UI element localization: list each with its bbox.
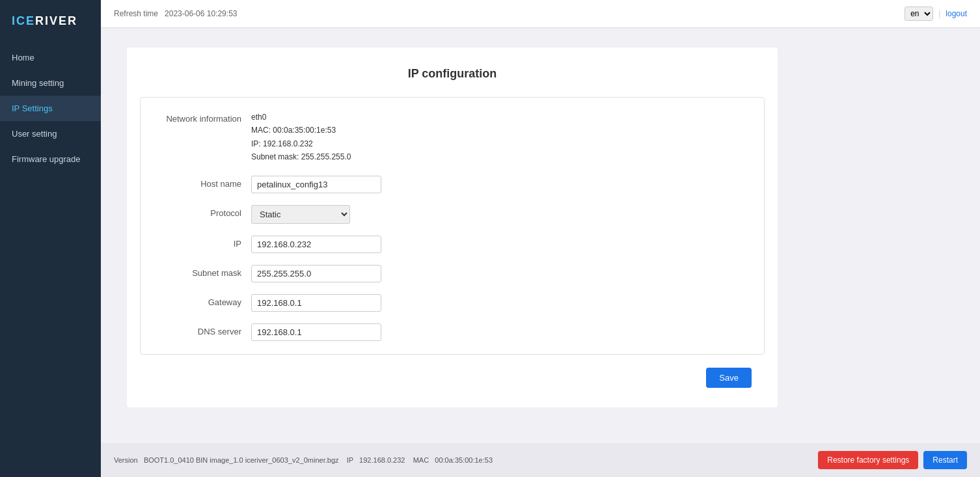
footer: Version BOOT1.0_0410 BIN image_1.0 iceri… (101, 443, 980, 477)
content: IP configuration Network information eth… (101, 28, 980, 443)
logo: ICERIVER (0, 0, 101, 40)
gateway-input[interactable] (251, 294, 381, 312)
subnet-row: Subnet mask (160, 265, 744, 282)
protocol-label: Protocol (160, 205, 251, 218)
hostname-label: Host name (160, 176, 251, 189)
restore-factory-button[interactable]: Restore factory settings (818, 451, 918, 469)
footer-mac-value: 00:0a:35:00:1e:53 (435, 456, 493, 464)
ip-label: IP (160, 236, 251, 249)
sidebar-item-mining-setting[interactable]: Mining setting (0, 70, 101, 96)
hostname-row: Host name (160, 176, 744, 193)
dns-row: DNS server (160, 323, 744, 341)
sidebar-nav: Home Mining setting IP Settings User set… (0, 45, 101, 172)
gateway-row: Gateway (160, 294, 744, 312)
refresh-info: Refresh time 2023-06-06 10:29:53 (114, 9, 237, 18)
refresh-label: Refresh time (114, 9, 158, 18)
save-area: Save (140, 368, 765, 388)
topbar: Refresh time 2023-06-06 10:29:53 en | lo… (101, 0, 980, 28)
sidebar-item-ip-settings[interactable]: IP Settings (0, 96, 101, 121)
topbar-right: en | logout (905, 7, 967, 21)
form-section: Network information eth0 MAC: 00:0a:35:0… (140, 97, 765, 355)
network-mac: MAC: 00:0a:35:00:1e:53 (251, 124, 351, 137)
network-ip: IP: 192.168.0.232 (251, 137, 351, 150)
footer-ip-value: 192.168.0.232 (359, 456, 405, 464)
ip-config-card: IP configuration Network information eth… (127, 48, 778, 407)
sidebar-item-home[interactable]: Home (0, 45, 101, 70)
subnet-label: Subnet mask (160, 265, 251, 278)
subnet-input[interactable] (251, 265, 381, 282)
sidebar-item-firmware-upgrade[interactable]: Firmware upgrade (0, 146, 101, 172)
main-area: Refresh time 2023-06-06 10:29:53 en | lo… (101, 0, 980, 477)
network-info-value: eth0 MAC: 00:0a:35:00:1e:53 IP: 192.168.… (251, 111, 351, 164)
ip-row: IP (160, 236, 744, 253)
protocol-select[interactable]: Static DHCP (251, 205, 350, 224)
version-value: BOOT1.0_0410 BIN image_1.0 iceriver_0603… (144, 456, 339, 464)
ip-input[interactable] (251, 236, 381, 253)
refresh-time: 2023-06-06 10:29:53 (165, 9, 237, 18)
dns-input[interactable] (251, 323, 381, 341)
save-button[interactable]: Save (706, 368, 752, 388)
protocol-row: Protocol Static DHCP (160, 205, 744, 224)
logout-link[interactable]: logout (946, 9, 967, 18)
footer-info: Version BOOT1.0_0410 BIN image_1.0 iceri… (114, 456, 493, 464)
hostname-input[interactable] (251, 176, 381, 193)
sidebar: ICERIVER Home Mining setting IP Settings… (0, 0, 101, 477)
sidebar-item-user-setting[interactable]: User setting (0, 121, 101, 146)
footer-ip-label: IP (347, 456, 353, 464)
dns-label: DNS server (160, 323, 251, 336)
network-info-label: Network information (160, 111, 251, 124)
lang-select[interactable]: en (905, 7, 933, 21)
network-info-row: Network information eth0 MAC: 00:0a:35:0… (160, 111, 744, 164)
footer-mac-label: MAC (413, 456, 429, 464)
divider: | (938, 9, 940, 18)
network-interface: eth0 (251, 111, 351, 124)
network-subnet: Subnet mask: 255.255.255.0 (251, 150, 351, 163)
restart-button[interactable]: Restart (923, 451, 967, 469)
version-label: Version (114, 456, 138, 464)
gateway-label: Gateway (160, 294, 251, 307)
footer-right: Restore factory settings Restart (818, 451, 967, 469)
page-title: IP configuration (140, 67, 765, 81)
